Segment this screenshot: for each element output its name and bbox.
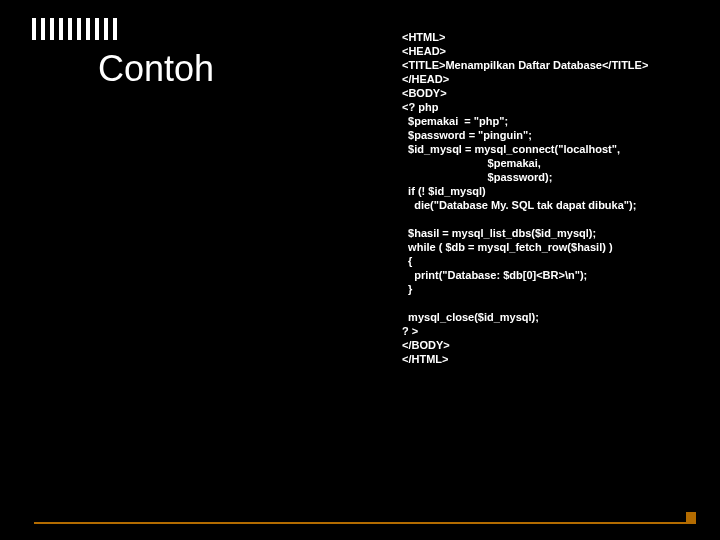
code-line: $password); [402,171,552,183]
code-line: die("Database My. SQL tak dapat dibuka")… [402,199,636,211]
bottom-rule [34,522,696,524]
code-line: <? php [402,101,438,113]
code-line: $password = "pinguin"; [402,129,532,141]
code-line: </BODY> [402,339,450,351]
code-line: </HTML> [402,353,448,365]
code-line: while ( $db = mysql_fetch_row($hasil) ) [402,241,613,253]
top-border [0,0,720,20]
code-line: $id_mysql = mysql_connect("localhost", [402,143,620,155]
code-line: mysql_close($id_mysql); [402,311,539,323]
code-line: $pemakai = "php"; [402,115,508,127]
code-block: <HTML> <HEAD> <TITLE>Menampilkan Daftar … [402,30,648,366]
code-line: <TITLE>Menampilkan Daftar Database</TITL… [402,59,648,71]
slide-title: Contoh [98,48,214,90]
code-line: $hasil = mysql_list_dbs($id_mysql); [402,227,596,239]
code-line: </HEAD> [402,73,449,85]
code-line: if (! $id_mysql) [402,185,486,197]
code-line: ? > [402,325,418,337]
code-line: $pemakai, [402,157,541,169]
code-line: <HTML> [402,31,445,43]
corner-square [686,512,696,522]
comb-decoration [32,18,117,40]
code-line: } [402,283,412,295]
code-line: <HEAD> [402,45,446,57]
code-line: <BODY> [402,87,447,99]
code-line: { [402,255,412,267]
code-line: print("Database: $db[0]<BR>\n"); [402,269,587,281]
